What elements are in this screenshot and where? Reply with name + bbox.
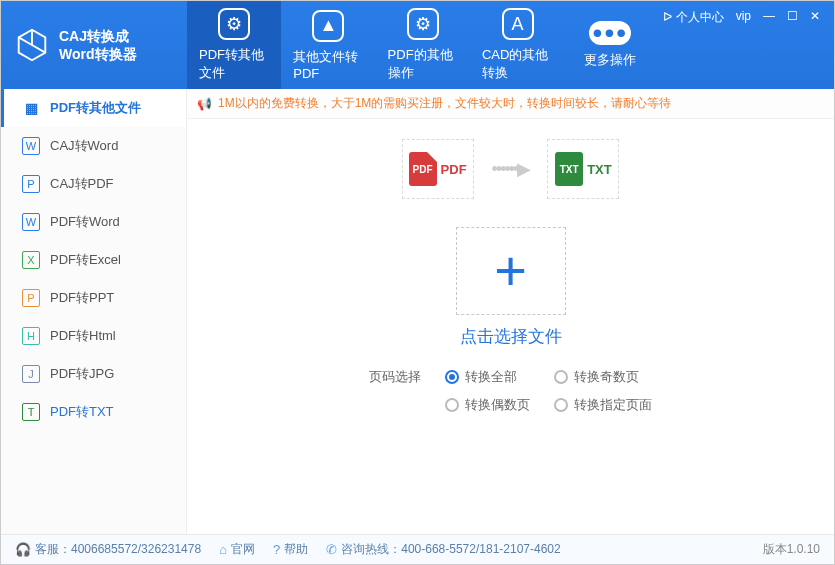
phone-icon: ✆ (326, 542, 337, 557)
sidebar-item-4[interactable]: PPDF转PPT (1, 279, 186, 317)
sidebar-item-6[interactable]: JPDF转JPG (1, 355, 186, 393)
megaphone-icon: 📢 (197, 97, 212, 111)
options-title: 页码选择 (369, 368, 421, 414)
arrow-icon: ••••••▶ (492, 158, 530, 180)
tab-other-to-pdf[interactable]: ▲ 其他文件转PDF (281, 1, 375, 89)
source-format: PDF PDF (402, 139, 474, 199)
radio-odd[interactable]: 转换奇数页 (554, 368, 652, 386)
maximize-button[interactable]: ☐ (787, 9, 798, 23)
status-bar: 🎧客服：4006685572/326231478 ⌂官网 ?帮助 ✆咨询热线：4… (1, 534, 834, 564)
sidebar-item-1[interactable]: PCAJ转PDF (1, 165, 186, 203)
dropzone-label[interactable]: 点击选择文件 (187, 325, 834, 348)
sidebar-item-7[interactable]: TPDF转TXT (1, 393, 186, 431)
grid-icon: ▦ (22, 99, 40, 117)
format-icon: T (22, 403, 40, 421)
format-icon: P (22, 289, 40, 307)
format-icon: J (22, 365, 40, 383)
tab-more[interactable]: ••• 更多操作 (565, 1, 655, 89)
cad-icon: A (502, 8, 534, 40)
sidebar-header[interactable]: ▦ PDF转其他文件 (1, 89, 186, 127)
format-icon: W (22, 213, 40, 231)
customer-service[interactable]: 🎧客服：4006685572/326231478 (15, 541, 201, 558)
gear-doc2-icon: ⚙ (407, 8, 439, 40)
radio-even[interactable]: 转换偶数页 (445, 396, 530, 414)
brand-line1: CAJ转换成 (59, 27, 137, 45)
sidebar-item-2[interactable]: WPDF转Word (1, 203, 186, 241)
file-dropzone[interactable]: + (456, 227, 566, 315)
format-icon: W (22, 137, 40, 155)
format-icon: X (22, 251, 40, 269)
logo-area: CAJ转换成 Word转换器 (1, 1, 187, 89)
tab-pdf-to-other[interactable]: ⚙ PDF转其他文件 (187, 1, 281, 89)
tab-pdf-ops[interactable]: ⚙ PDF的其他操作 (376, 1, 470, 89)
page-options: 页码选择 转换全部 转换偶数页 转换奇数页 转换指定页面 (187, 368, 834, 414)
headset-icon: 🎧 (15, 542, 31, 557)
pdf-icon: ▲ (312, 10, 344, 42)
sidebar-item-5[interactable]: HPDF转Html (1, 317, 186, 355)
website-link[interactable]: ⌂官网 (219, 541, 255, 558)
vip-icon[interactable]: vip (736, 9, 751, 23)
help-link[interactable]: ?帮助 (273, 541, 308, 558)
brand-line2: Word转换器 (59, 45, 137, 63)
pdf-file-icon: PDF (409, 152, 437, 186)
conversion-preview: PDF PDF ••••••▶ TXT TXT (187, 119, 834, 213)
close-button[interactable]: ✕ (810, 9, 820, 23)
gear-doc-icon: ⚙ (218, 8, 250, 40)
plus-icon: + (494, 243, 527, 299)
home-icon: ⌂ (219, 542, 227, 557)
notice-bar: 📢 1M以内的免费转换，大于1M的需购买注册，文件较大时，转换时间较长，请耐心等… (187, 89, 834, 119)
format-icon: P (22, 175, 40, 193)
tab-cad-ops[interactable]: A CAD的其他转换 (470, 1, 565, 89)
minimize-button[interactable]: — (763, 9, 775, 23)
sidebar-item-0[interactable]: WCAJ转Word (1, 127, 186, 165)
hotline: ✆咨询热线：400-668-5572/181-2107-4602 (326, 541, 560, 558)
target-format: TXT TXT (547, 139, 619, 199)
sidebar: ▦ PDF转其他文件 WCAJ转WordPCAJ转PDFWPDF转WordXPD… (1, 89, 187, 534)
app-logo-icon (13, 26, 51, 64)
radio-all[interactable]: 转换全部 (445, 368, 530, 386)
txt-file-icon: TXT (555, 152, 583, 186)
title-bar: CAJ转换成 Word转换器 ⚙ PDF转其他文件 ▲ 其他文件转PDF ⚙ P… (1, 1, 834, 89)
user-center-link[interactable]: ᐅ 个人中心 (663, 9, 723, 26)
format-icon: H (22, 327, 40, 345)
main-tabs: ⚙ PDF转其他文件 ▲ 其他文件转PDF ⚙ PDF的其他操作 A CAD的其… (187, 1, 655, 89)
sidebar-item-3[interactable]: XPDF转Excel (1, 241, 186, 279)
version-label: 版本1.0.10 (763, 541, 820, 558)
radio-custom[interactable]: 转换指定页面 (554, 396, 652, 414)
main-panel: 📢 1M以内的免费转换，大于1M的需购买注册，文件较大时，转换时间较长，请耐心等… (187, 89, 834, 534)
more-icon: ••• (589, 21, 631, 45)
help-icon: ? (273, 542, 280, 557)
window-controls: ᐅ 个人中心 vip — ☐ ✕ (655, 1, 834, 89)
